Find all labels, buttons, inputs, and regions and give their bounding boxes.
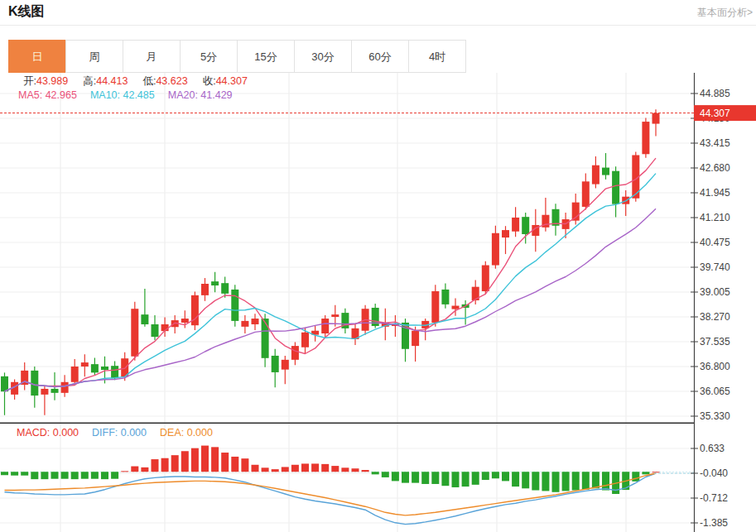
candle-body — [61, 382, 69, 393]
candle-body — [291, 346, 299, 360]
candle-body — [522, 217, 529, 234]
macd-bar — [121, 471, 128, 472]
macd-bar — [91, 472, 99, 478]
macd-bar — [211, 447, 219, 472]
candle-body — [642, 122, 649, 154]
axis-tick-label: 36.800 — [700, 361, 730, 372]
candle-body — [141, 314, 148, 324]
legend-item: 低:43.623 — [142, 75, 187, 87]
ohlc-legend: 开:43.989高:44.413低:43.623收:44.307 — [23, 74, 262, 89]
macd-bar — [562, 472, 570, 491]
candle-body — [211, 281, 219, 285]
macd-bar — [502, 472, 509, 481]
macd-bar — [431, 472, 439, 484]
ma10-line — [5, 174, 657, 392]
tab-60分[interactable]: 60分 — [351, 40, 409, 73]
macd-bar — [402, 472, 409, 482]
macd-bar — [81, 472, 89, 478]
macd-bar — [31, 472, 38, 479]
candles — [1, 109, 660, 415]
macd-bar — [252, 465, 259, 472]
legend-item: MA5: 42.965 — [18, 89, 77, 101]
candle-body — [331, 314, 339, 317]
macd-bar — [321, 464, 329, 472]
kline-canvas[interactable]: 44.88544.15043.41542.68041.94541.21040.4… — [0, 73, 756, 532]
axis-tick-label: 43.415 — [700, 137, 730, 149]
axis-tick-label: 42.680 — [700, 162, 730, 174]
tab-30分[interactable]: 30分 — [294, 40, 352, 73]
candle-body — [482, 266, 489, 291]
macd-bar — [161, 458, 169, 472]
axis-tick-label: -1.385 — [700, 517, 728, 529]
macd-bar — [472, 472, 479, 485]
axis-tick-label: 35.330 — [700, 410, 730, 422]
macd-bar — [101, 472, 108, 479]
macd-bar — [421, 472, 429, 484]
macd-bar — [582, 472, 590, 489]
macd-bar — [191, 448, 199, 472]
ma-legend: MA5: 42.965MA10: 42.485MA20: 41.429 — [18, 89, 246, 101]
candle-body — [181, 319, 189, 323]
candle-body — [111, 366, 118, 378]
macd-bar — [482, 472, 489, 480]
axis-tick-label: 40.475 — [700, 237, 730, 248]
tab-4时[interactable]: 4时 — [408, 40, 466, 73]
tab-5分[interactable]: 5分 — [180, 40, 238, 73]
chart-area[interactable]: 44.88544.15043.41542.68041.94541.21040.4… — [0, 73, 756, 532]
candle-body — [612, 171, 619, 204]
candle-body — [1, 376, 8, 391]
macd-bar — [602, 472, 609, 490]
macd-bar — [71, 472, 79, 479]
candle-body — [602, 168, 609, 175]
macd-bar — [462, 472, 469, 486]
macd-bar — [372, 472, 379, 474]
macd-bar — [262, 467, 269, 472]
tab-周[interactable]: 周 — [65, 40, 123, 73]
candle-body — [301, 333, 309, 347]
tab-日[interactable]: 日 — [8, 40, 66, 73]
macd-bar — [592, 472, 600, 488]
macd-bar — [552, 472, 560, 492]
axis-tick-label: 41.945 — [700, 187, 730, 199]
macd-bar — [131, 467, 138, 472]
current-price-badge-label: 44.307 — [700, 108, 730, 119]
legend-item: 开:43.989 — [23, 75, 68, 87]
candle-body — [231, 290, 238, 321]
axis-tick-label: 41.210 — [700, 212, 730, 223]
candle-body — [262, 319, 269, 358]
title-divider — [0, 25, 756, 26]
candle-body — [592, 165, 600, 185]
axis-tick-label: -0.712 — [700, 492, 728, 504]
candle-body — [452, 306, 460, 309]
candle-body — [272, 356, 279, 372]
macd-bar — [532, 472, 539, 490]
legend-item: MACD: 0.000 — [17, 427, 79, 439]
legend-item: 高:44.413 — [83, 75, 128, 87]
candle-body — [582, 181, 590, 207]
macd-bar — [181, 451, 189, 472]
legend-item: MA20: 41.429 — [168, 89, 233, 101]
legend-item: 收:44.307 — [203, 75, 248, 87]
macd-bar — [652, 472, 660, 472]
tab-15分[interactable]: 15分 — [237, 40, 295, 73]
tab-月[interactable]: 月 — [123, 40, 181, 73]
period-tabbar: 日周月5分15分30分60分4时 — [8, 40, 466, 73]
candle-body — [492, 233, 499, 266]
axis-tick-label: -0.040 — [700, 467, 728, 479]
axis-tick-label: 36.065 — [700, 386, 730, 397]
macd-bar — [41, 472, 48, 479]
macd-bar — [291, 465, 299, 472]
macd-bar — [301, 463, 309, 472]
panel-separator — [0, 423, 694, 424]
macd-bar — [392, 472, 399, 481]
macd-bar — [171, 455, 179, 472]
macd-bar — [632, 472, 639, 482]
candle-body — [221, 283, 229, 294]
macd-bar — [141, 467, 148, 472]
macd-bar — [452, 472, 460, 487]
fundamental-analysis-link[interactable]: 基本面分析> — [697, 6, 753, 20]
candle-body — [652, 113, 660, 124]
macd-bar — [412, 472, 419, 482]
candle-body — [441, 290, 449, 304]
axis-tick-label: 39.740 — [700, 261, 730, 273]
